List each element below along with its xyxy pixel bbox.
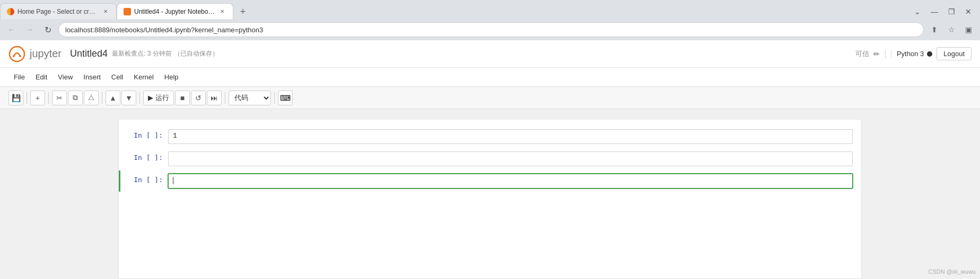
sidebar-icon[interactable]: ▣: [961, 22, 976, 37]
notebook-title[interactable]: Untitled4: [70, 48, 108, 59]
tab-home-close[interactable]: ✕: [101, 7, 110, 16]
tab-jupyter-close[interactable]: ✕: [218, 7, 226, 16]
tab-home[interactable]: Home Page - Select or create ✕: [0, 3, 117, 19]
cut-button[interactable]: ✂: [52, 91, 67, 105]
autosave-text: （已自动保存）: [174, 49, 218, 58]
menu-kernel[interactable]: Kernel: [128, 71, 159, 83]
bookmark-icon[interactable]: ☆: [944, 22, 959, 37]
tab-jupyter-favicon: [124, 8, 131, 15]
menu-edit[interactable]: Edit: [30, 71, 52, 83]
jupyter-logo-icon: [8, 46, 25, 62]
browser-window-controls: ⌄ — ❐ ✕: [910, 4, 980, 19]
restore-button[interactable]: ❐: [944, 4, 959, 19]
run-button[interactable]: ▶ 运行: [143, 91, 174, 105]
address-bar-right: ⬆ ☆ ▣: [927, 22, 976, 37]
url-text: localhost:8889/notebooks/Untitled4.ipynb…: [65, 26, 917, 34]
svg-point-0: [10, 47, 24, 61]
toolbar-sep-1: [27, 92, 27, 104]
header-right: 可信 ✏ | Python 3 Logout: [855, 47, 972, 60]
cell-2[interactable]: In [ ]:: [119, 148, 861, 169]
reload-button[interactable]: ↻: [40, 22, 55, 37]
cell-type-select[interactable]: 代码: [229, 91, 271, 105]
cell-1-prompt: In [ ]:: [120, 129, 168, 139]
menu-help[interactable]: Help: [159, 71, 184, 83]
notebook-area: In [ ]: 1 In [ ]: In [ ]:: [0, 109, 980, 279]
url-bar[interactable]: localhost:8889/notebooks/Untitled4.ipynb…: [58, 22, 924, 37]
cell-2-input[interactable]: [168, 151, 853, 166]
tab-home-favicon: [7, 8, 14, 15]
cell-1[interactable]: In [ ]: 1: [119, 126, 861, 147]
jupyter-app: jupyter Untitled4 最新检查点: 3 分钟前 （已自动保存） 可…: [0, 40, 980, 279]
toolbar-sep-3: [102, 92, 102, 104]
paste-button[interactable]: ⧊: [84, 91, 99, 105]
forward-button[interactable]: →: [22, 22, 37, 37]
minimize-button[interactable]: —: [927, 4, 942, 19]
cell-1-content: 1: [173, 132, 177, 140]
collapse-button[interactable]: ⌄: [910, 4, 925, 19]
edit-icon[interactable]: ✏: [873, 50, 880, 58]
new-tab-button[interactable]: +: [235, 4, 250, 19]
move-up-button[interactable]: ▲: [106, 91, 120, 105]
back-button[interactable]: ←: [4, 22, 19, 37]
trusted-label: 可信: [855, 49, 869, 59]
notebook-container: In [ ]: 1 In [ ]: In [ ]:: [119, 120, 861, 278]
toolbar: 💾 + ✂ ⧉ ⧊ ▲ ▼ ▶ 运行 ■ ↺ ⏭ 代码 ⌨: [0, 87, 980, 109]
menu-bar: File Edit View Insert Cell Kernel Help: [0, 68, 980, 87]
cell-3-input[interactable]: [168, 174, 853, 188]
menu-insert[interactable]: Insert: [78, 71, 106, 83]
restart-button[interactable]: ↺: [191, 91, 206, 105]
run-icon: ▶: [148, 94, 153, 102]
address-bar: ← → ↻ localhost:8889/notebooks/Untitled4…: [0, 19, 980, 40]
cursor-blink: [173, 177, 173, 184]
browser-chrome: Home Page - Select or create ✕ Untitled4…: [0, 0, 980, 40]
menu-view[interactable]: View: [52, 71, 78, 83]
copy-button[interactable]: ⧉: [68, 91, 83, 105]
share-icon[interactable]: ⬆: [927, 22, 942, 37]
save-button[interactable]: 💾: [8, 91, 23, 105]
tab-home-title: Home Page - Select or create: [18, 8, 98, 15]
menu-cell[interactable]: Cell: [106, 71, 128, 83]
toolbar-sep-5: [225, 92, 225, 104]
close-button[interactable]: ✕: [961, 4, 976, 19]
footer-watermark: CSDN @iiii_wuwu: [929, 268, 976, 275]
checkpoint-text: 最新检查点: 3 分钟前: [112, 49, 172, 58]
logout-button[interactable]: Logout: [937, 47, 972, 60]
kernel-status-dot: [927, 51, 932, 57]
tab-jupyter[interactable]: Untitled4 - Jupyter Notebook ✕: [117, 3, 233, 19]
menu-file[interactable]: File: [8, 71, 30, 83]
toolbar-sep-4: [139, 92, 140, 104]
move-down-button[interactable]: ▼: [121, 91, 136, 105]
stop-button[interactable]: ■: [175, 91, 190, 105]
restart-run-button[interactable]: ⏭: [207, 91, 222, 105]
tab-jupyter-title: Untitled4 - Jupyter Notebook: [134, 8, 215, 15]
cell-2-prompt: In [ ]:: [120, 151, 168, 161]
kernel-name: Python 3: [897, 50, 924, 58]
svg-point-1: [13, 55, 15, 57]
run-label: 运行: [155, 93, 169, 103]
add-cell-button[interactable]: +: [30, 91, 45, 105]
cell-3[interactable]: In [ ]:: [119, 170, 861, 192]
svg-point-2: [19, 55, 21, 57]
cell-3-prompt: In [ ]:: [120, 174, 168, 184]
jupyter-header: jupyter Untitled4 最新检查点: 3 分钟前 （已自动保存） 可…: [0, 40, 980, 68]
toolbar-sep-6: [274, 92, 275, 104]
jupyter-logo-text: jupyter: [30, 48, 62, 60]
cell-1-input[interactable]: 1: [168, 129, 853, 144]
toolbar-sep-2: [48, 92, 49, 104]
keyboard-shortcuts-button[interactable]: ⌨: [278, 91, 293, 105]
jupyter-logo: jupyter: [8, 46, 62, 62]
kernel-indicator: Python 3: [891, 50, 932, 58]
tab-bar: Home Page - Select or create ✕ Untitled4…: [0, 0, 980, 19]
